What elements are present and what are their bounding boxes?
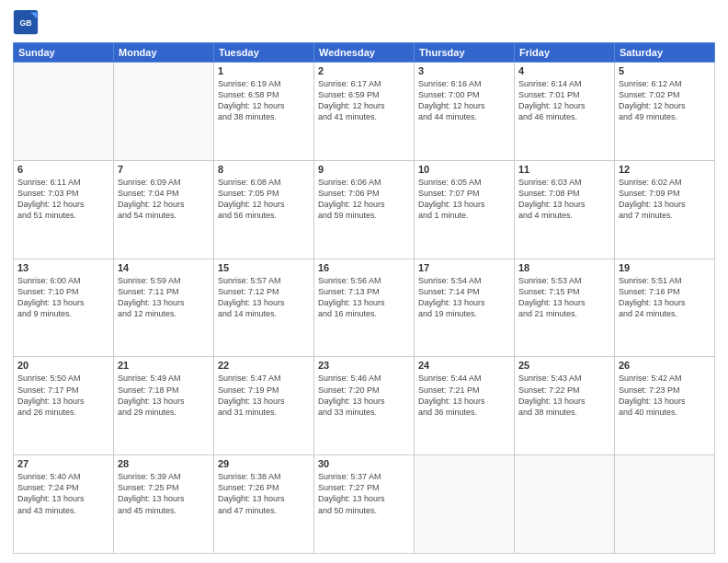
calendar-cell: 20Sunrise: 5:50 AMSunset: 7:17 PMDayligh… bbox=[14, 357, 114, 455]
cell-info: Sunrise: 5:50 AMSunset: 7:17 PMDaylight:… bbox=[17, 373, 109, 418]
cell-info: Sunrise: 5:38 AMSunset: 7:26 PMDaylight:… bbox=[218, 471, 310, 516]
calendar-cell: 18Sunrise: 5:53 AMSunset: 7:15 PMDayligh… bbox=[515, 259, 615, 357]
cell-info: Sunrise: 6:06 AMSunset: 7:06 PMDaylight:… bbox=[318, 177, 410, 222]
calendar-cell: 6Sunrise: 6:11 AMSunset: 7:03 PMDaylight… bbox=[14, 160, 114, 259]
day-number: 18 bbox=[518, 262, 610, 273]
cell-info: Sunrise: 5:56 AMSunset: 7:13 PMDaylight:… bbox=[318, 275, 410, 320]
calendar-cell: 1Sunrise: 6:19 AMSunset: 6:58 PMDaylight… bbox=[214, 63, 314, 161]
day-number: 29 bbox=[218, 458, 310, 469]
day-number: 24 bbox=[418, 360, 510, 371]
day-number: 13 bbox=[17, 262, 109, 273]
calendar-cell: 24Sunrise: 5:44 AMSunset: 7:21 PMDayligh… bbox=[415, 357, 515, 455]
day-number: 1 bbox=[218, 65, 310, 76]
weekday-header-saturday: Saturday bbox=[615, 43, 715, 63]
calendar-cell: 10Sunrise: 6:05 AMSunset: 7:07 PMDayligh… bbox=[415, 160, 515, 259]
day-number: 17 bbox=[418, 262, 510, 273]
weekday-header-wednesday: Wednesday bbox=[314, 43, 415, 63]
cell-info: Sunrise: 6:14 AMSunset: 7:01 PMDaylight:… bbox=[518, 78, 610, 123]
cell-info: Sunrise: 5:57 AMSunset: 7:12 PMDaylight:… bbox=[218, 275, 310, 320]
day-number: 4 bbox=[518, 65, 610, 76]
day-number: 5 bbox=[619, 65, 711, 76]
day-number: 12 bbox=[619, 164, 711, 175]
calendar-cell: 11Sunrise: 6:03 AMSunset: 7:08 PMDayligh… bbox=[515, 160, 615, 259]
calendar-cell: 26Sunrise: 5:42 AMSunset: 7:23 PMDayligh… bbox=[615, 357, 715, 455]
calendar-cell: 16Sunrise: 5:56 AMSunset: 7:13 PMDayligh… bbox=[314, 259, 415, 357]
day-number: 9 bbox=[318, 164, 410, 175]
calendar-cell: 2Sunrise: 6:17 AMSunset: 6:59 PMDaylight… bbox=[314, 63, 415, 161]
calendar-cell: 9Sunrise: 6:06 AMSunset: 7:06 PMDaylight… bbox=[314, 160, 415, 259]
day-number: 6 bbox=[17, 164, 109, 175]
day-number: 26 bbox=[619, 360, 711, 371]
day-number: 8 bbox=[218, 164, 310, 175]
calendar-cell: 30Sunrise: 5:37 AMSunset: 7:27 PMDayligh… bbox=[314, 455, 415, 554]
logo: GB bbox=[13, 9, 42, 35]
day-number: 14 bbox=[118, 262, 210, 273]
day-number: 10 bbox=[418, 164, 510, 175]
day-number: 27 bbox=[17, 458, 109, 469]
day-number: 21 bbox=[118, 360, 210, 371]
calendar-cell: 13Sunrise: 6:00 AMSunset: 7:10 PMDayligh… bbox=[14, 259, 114, 357]
calendar-cell: 27Sunrise: 5:40 AMSunset: 7:24 PMDayligh… bbox=[14, 455, 114, 554]
calendar-cell: 8Sunrise: 6:08 AMSunset: 7:05 PMDaylight… bbox=[214, 160, 314, 259]
cell-info: Sunrise: 6:03 AMSunset: 7:08 PMDaylight:… bbox=[518, 177, 610, 222]
day-number: 22 bbox=[218, 360, 310, 371]
calendar-cell bbox=[615, 455, 715, 554]
calendar-cell: 14Sunrise: 5:59 AMSunset: 7:11 PMDayligh… bbox=[114, 259, 214, 357]
cell-info: Sunrise: 5:42 AMSunset: 7:23 PMDaylight:… bbox=[619, 373, 711, 418]
weekday-header-monday: Monday bbox=[114, 43, 214, 63]
day-number: 28 bbox=[118, 458, 210, 469]
cell-info: Sunrise: 5:51 AMSunset: 7:16 PMDaylight:… bbox=[619, 275, 711, 320]
calendar-row-0: 1Sunrise: 6:19 AMSunset: 6:58 PMDaylight… bbox=[14, 63, 715, 161]
weekday-header-sunday: Sunday bbox=[14, 43, 114, 63]
calendar-cell: 4Sunrise: 6:14 AMSunset: 7:01 PMDaylight… bbox=[515, 63, 615, 161]
calendar-cell: 12Sunrise: 6:02 AMSunset: 7:09 PMDayligh… bbox=[615, 160, 715, 259]
cell-info: Sunrise: 5:53 AMSunset: 7:15 PMDaylight:… bbox=[518, 275, 610, 320]
cell-info: Sunrise: 5:54 AMSunset: 7:14 PMDaylight:… bbox=[418, 275, 510, 320]
calendar-row-4: 27Sunrise: 5:40 AMSunset: 7:24 PMDayligh… bbox=[14, 455, 715, 554]
calendar-cell: 21Sunrise: 5:49 AMSunset: 7:18 PMDayligh… bbox=[114, 357, 214, 455]
cell-info: Sunrise: 6:12 AMSunset: 7:02 PMDaylight:… bbox=[619, 78, 711, 123]
day-number: 23 bbox=[318, 360, 410, 371]
day-number: 11 bbox=[518, 164, 610, 175]
day-number: 25 bbox=[518, 360, 610, 371]
cell-info: Sunrise: 5:59 AMSunset: 7:11 PMDaylight:… bbox=[118, 275, 210, 320]
day-number: 15 bbox=[218, 262, 310, 273]
calendar-cell: 23Sunrise: 5:46 AMSunset: 7:20 PMDayligh… bbox=[314, 357, 415, 455]
cell-info: Sunrise: 6:19 AMSunset: 6:58 PMDaylight:… bbox=[218, 78, 310, 123]
calendar-cell: 22Sunrise: 5:47 AMSunset: 7:19 PMDayligh… bbox=[214, 357, 314, 455]
calendar-cell: 19Sunrise: 5:51 AMSunset: 7:16 PMDayligh… bbox=[615, 259, 715, 357]
calendar-cell bbox=[515, 455, 615, 554]
cell-info: Sunrise: 5:40 AMSunset: 7:24 PMDaylight:… bbox=[17, 471, 109, 516]
cell-info: Sunrise: 6:00 AMSunset: 7:10 PMDaylight:… bbox=[17, 275, 109, 320]
day-number: 2 bbox=[318, 65, 410, 76]
calendar-cell bbox=[114, 63, 214, 161]
calendar-row-2: 13Sunrise: 6:00 AMSunset: 7:10 PMDayligh… bbox=[14, 259, 715, 357]
calendar-cell: 17Sunrise: 5:54 AMSunset: 7:14 PMDayligh… bbox=[415, 259, 515, 357]
calendar-row-3: 20Sunrise: 5:50 AMSunset: 7:17 PMDayligh… bbox=[14, 357, 715, 455]
calendar-cell: 5Sunrise: 6:12 AMSunset: 7:02 PMDaylight… bbox=[615, 63, 715, 161]
calendar-cell: 7Sunrise: 6:09 AMSunset: 7:04 PMDaylight… bbox=[114, 160, 214, 259]
calendar-header-row: SundayMondayTuesdayWednesdayThursdayFrid… bbox=[14, 43, 715, 63]
calendar-cell: 15Sunrise: 5:57 AMSunset: 7:12 PMDayligh… bbox=[214, 259, 314, 357]
calendar: SundayMondayTuesdayWednesdayThursdayFrid… bbox=[13, 42, 715, 554]
cell-info: Sunrise: 5:46 AMSunset: 7:20 PMDaylight:… bbox=[318, 373, 410, 418]
cell-info: Sunrise: 5:37 AMSunset: 7:27 PMDaylight:… bbox=[318, 471, 410, 516]
cell-info: Sunrise: 6:02 AMSunset: 7:09 PMDaylight:… bbox=[619, 177, 711, 222]
cell-info: Sunrise: 5:49 AMSunset: 7:18 PMDaylight:… bbox=[118, 373, 210, 418]
cell-info: Sunrise: 6:05 AMSunset: 7:07 PMDaylight:… bbox=[418, 177, 510, 222]
cell-info: Sunrise: 6:09 AMSunset: 7:04 PMDaylight:… bbox=[118, 177, 210, 222]
day-number: 16 bbox=[318, 262, 410, 273]
cell-info: Sunrise: 6:17 AMSunset: 6:59 PMDaylight:… bbox=[318, 78, 410, 123]
day-number: 19 bbox=[619, 262, 711, 273]
day-number: 3 bbox=[418, 65, 510, 76]
cell-info: Sunrise: 5:47 AMSunset: 7:19 PMDaylight:… bbox=[218, 373, 310, 418]
cell-info: Sunrise: 6:08 AMSunset: 7:05 PMDaylight:… bbox=[218, 177, 310, 222]
calendar-row-1: 6Sunrise: 6:11 AMSunset: 7:03 PMDaylight… bbox=[14, 160, 715, 259]
day-number: 7 bbox=[118, 164, 210, 175]
calendar-cell: 28Sunrise: 5:39 AMSunset: 7:25 PMDayligh… bbox=[114, 455, 214, 554]
calendar-cell: 29Sunrise: 5:38 AMSunset: 7:26 PMDayligh… bbox=[214, 455, 314, 554]
day-number: 30 bbox=[318, 458, 410, 469]
weekday-header-friday: Friday bbox=[515, 43, 615, 63]
weekday-header-thursday: Thursday bbox=[415, 43, 515, 63]
cell-info: Sunrise: 6:11 AMSunset: 7:03 PMDaylight:… bbox=[17, 177, 109, 222]
